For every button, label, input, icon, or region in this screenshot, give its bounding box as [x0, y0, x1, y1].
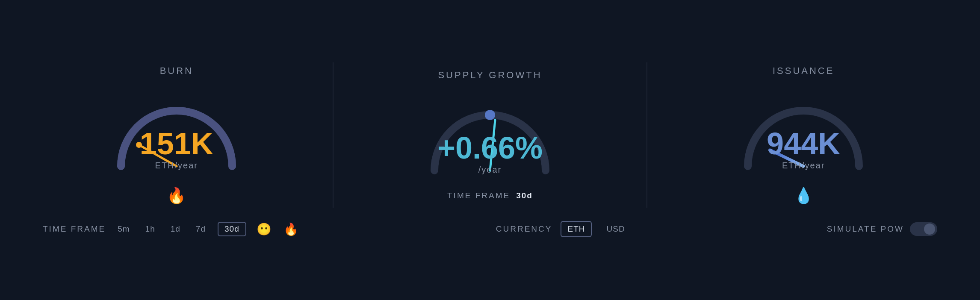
- time-btn-1h[interactable]: 1h: [142, 222, 159, 236]
- toggle-knob: [924, 224, 935, 235]
- issuance-number: 944K: [767, 128, 840, 159]
- issuance-icon: 💧: [794, 187, 813, 205]
- svg-point-3: [485, 110, 495, 120]
- burn-gauge: 151K ETH/year: [104, 85, 249, 179]
- burn-number: 151K: [140, 128, 213, 159]
- emoji-face-btn[interactable]: 😶: [255, 221, 273, 238]
- timeframe-label: TIME FRAME: [43, 224, 106, 234]
- simulate-group: SIMULATE PoW: [827, 222, 937, 236]
- emoji-fire-btn[interactable]: 🔥: [282, 221, 300, 238]
- supply-unit: /year: [437, 165, 543, 175]
- supply-section: SUPPLY GROWTH +0.66% /year: [362, 70, 618, 200]
- issuance-title: ISSUANCE: [773, 65, 834, 76]
- supply-timeframe: TIME FRAME 30d: [447, 191, 533, 200]
- supply-number: +0.66%: [437, 132, 543, 163]
- supply-tf-label: TIME FRAME: [447, 191, 510, 200]
- time-btn-7d[interactable]: 7d: [192, 222, 209, 236]
- simulate-toggle[interactable]: [910, 222, 937, 236]
- timeframe-group: TIME FRAME 5m 1h 1d 7d 30d 😶 🔥: [43, 221, 300, 238]
- supply-tf-value: 30d: [516, 191, 533, 200]
- issuance-section: ISSUANCE 9: [675, 65, 932, 205]
- simulate-label: SIMULATE PoW: [827, 224, 904, 234]
- burn-icon: 🔥: [167, 187, 186, 205]
- divider-1: [333, 62, 334, 208]
- gauges-row: BURN 151K ETH/year: [0, 62, 980, 208]
- time-btn-1d[interactable]: 1d: [167, 222, 184, 236]
- issuance-value: 944K ETH/year: [767, 128, 840, 171]
- supply-value: +0.66% /year: [437, 132, 543, 175]
- currency-btn-eth[interactable]: ETH: [561, 221, 592, 237]
- burn-unit: ETH/year: [140, 161, 213, 171]
- supply-title: SUPPLY GROWTH: [438, 70, 542, 81]
- dashboard: BURN 151K ETH/year: [0, 0, 980, 300]
- currency-label: CURRENCY: [496, 224, 552, 234]
- currency-btn-usd[interactable]: USD: [600, 222, 631, 236]
- time-btn-5m[interactable]: 5m: [114, 222, 133, 236]
- divider-2: [646, 62, 647, 208]
- issuance-unit: ETH/year: [767, 161, 840, 171]
- burn-title: BURN: [160, 65, 193, 76]
- time-btn-30d[interactable]: 30d: [218, 222, 246, 236]
- burn-section: BURN 151K ETH/year: [48, 65, 305, 205]
- supply-gauge: +0.66% /year: [417, 89, 563, 183]
- currency-group: CURRENCY ETH USD: [496, 221, 631, 237]
- burn-value: 151K ETH/year: [140, 128, 213, 171]
- issuance-gauge: 944K ETH/year: [731, 85, 876, 179]
- controls-row: TIME FRAME 5m 1h 1d 7d 30d 😶 🔥 CURRENCY …: [0, 221, 980, 238]
